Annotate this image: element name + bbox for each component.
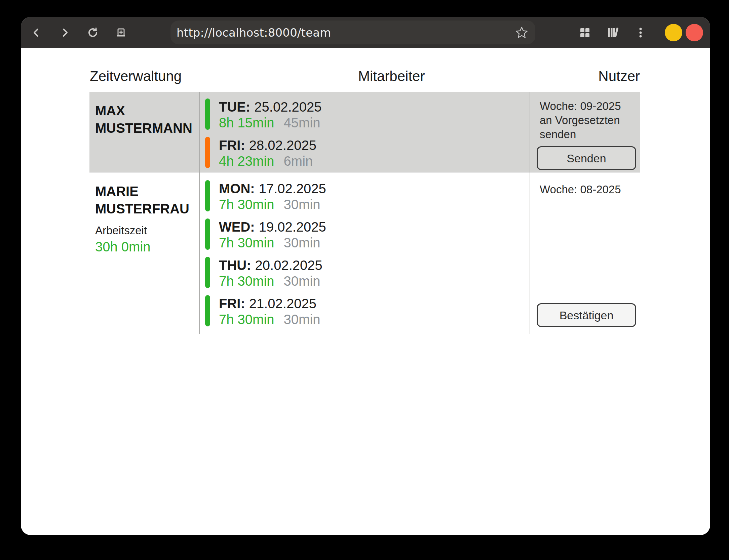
table-row-max-mustermann: MAX MUSTERMANN TUE:25.02.2025 8h 15min45…	[89, 92, 640, 172]
week-label: senden	[540, 127, 640, 142]
status-bar	[205, 180, 210, 211]
bestaetigen-button[interactable]: Bestätigen	[537, 303, 636, 327]
name-cell: MARIE MUSTERFRAU Arbeitszeit 30h 0min	[89, 172, 199, 334]
nav-zeitverwaltung[interactable]: Zeitverwaltung	[90, 68, 182, 85]
browser-window: http://localhost:8000/team	[21, 17, 710, 535]
menu-button[interactable]	[635, 27, 646, 38]
entry-day: THU:	[219, 258, 251, 273]
entry-date: 17.02.2025	[259, 181, 326, 196]
browser-toolbar: http://localhost:8000/team	[21, 17, 710, 48]
entry-date: 25.02.2025	[254, 99, 321, 114]
entry-day: MON:	[219, 181, 255, 196]
time-entry: THU:20.02.2025 7h 30min30min	[205, 257, 530, 289]
employee-name: MARIE MUSTERFRAU	[95, 183, 193, 217]
entry-worktime: 7h 30min	[219, 197, 274, 212]
senden-button[interactable]: Senden	[537, 146, 636, 170]
bookmark-star-icon[interactable]	[515, 26, 528, 39]
nav-nutzer[interactable]: Nutzer	[598, 68, 640, 85]
url-bar[interactable]: http://localhost:8000/team	[170, 21, 535, 44]
worktime-value: 30h 0min	[95, 238, 199, 255]
entry-worktime: 7h 30min	[219, 312, 274, 327]
url-text: http://localhost:8000/team	[177, 26, 331, 39]
tab-grid-icon	[579, 27, 590, 38]
forward-icon	[60, 27, 70, 38]
minimize-button[interactable]	[665, 24, 682, 41]
entry-pause: 30min	[284, 312, 320, 327]
time-entry: FRI:21.02.2025 7h 30min30min	[205, 295, 530, 327]
entry-pause: 45min	[284, 115, 320, 130]
table-row-marie-musterfrau: MARIE MUSTERFRAU Arbeitszeit 30h 0min MO…	[89, 172, 640, 334]
employee-table: MAX MUSTERMANN TUE:25.02.2025 8h 15min45…	[89, 92, 640, 334]
time-entry: TUE:25.02.2025 8h 15min45min	[205, 98, 530, 130]
week-label: an Vorgesetzten	[540, 113, 640, 127]
new-tab-icon	[116, 27, 126, 38]
entry-day: FRI:	[219, 138, 245, 153]
back-button[interactable]	[31, 27, 42, 38]
page-content: Zeitverwaltung Mitarbeiter Nutzer MAX MU…	[21, 48, 710, 535]
entry-date: 21.02.2025	[249, 296, 316, 311]
library-button[interactable]	[607, 27, 618, 38]
entry-day: WED:	[219, 219, 255, 234]
time-entry: FRI:28.02.2025 4h 23min6min	[205, 137, 530, 169]
entry-worktime: 7h 30min	[219, 274, 274, 288]
entry-day: TUE:	[219, 99, 250, 114]
back-icon	[31, 27, 42, 38]
name-cell: MAX MUSTERMANN	[89, 92, 199, 172]
entry-worktime: 4h 23min	[219, 154, 274, 168]
nav-mitarbeiter[interactable]: Mitarbeiter	[358, 68, 425, 85]
entry-pause: 30min	[284, 197, 320, 212]
entry-worktime: 8h 15min	[219, 115, 274, 130]
entry-pause: 6min	[284, 154, 313, 168]
tab-overview-button[interactable]	[579, 27, 590, 38]
entry-pause: 30min	[284, 274, 320, 288]
library-icon	[607, 27, 619, 39]
entry-date: 19.02.2025	[259, 219, 326, 234]
time-entry: WED:19.02.2025 7h 30min30min	[205, 218, 530, 250]
status-bar	[205, 257, 210, 288]
status-bar	[205, 137, 210, 168]
entries-cell: TUE:25.02.2025 8h 15min45min FRI:28.02.2…	[199, 92, 530, 172]
status-bar	[205, 295, 210, 326]
worktime-label: Arbeitszeit	[95, 223, 199, 238]
kebab-menu-icon	[635, 27, 646, 38]
entry-day: FRI:	[219, 296, 245, 311]
entry-worktime: 7h 30min	[219, 235, 274, 250]
status-bar	[205, 218, 210, 250]
entries-cell: MON:17.02.2025 7h 30min30min WED:19.02.2…	[199, 172, 530, 334]
time-entry: MON:17.02.2025 7h 30min30min	[205, 180, 530, 212]
entry-date: 20.02.2025	[255, 258, 322, 273]
new-tab-button[interactable]	[116, 27, 126, 38]
week-label: Woche: 09-2025	[540, 99, 640, 113]
week-label: Woche: 08-2025	[540, 183, 640, 197]
reload-button[interactable]	[87, 27, 98, 38]
week-cell: Woche: 09-2025 an Vorgesetzten senden Se…	[530, 92, 640, 172]
week-cell: Woche: 08-2025 Bestätigen	[530, 172, 640, 334]
forward-button[interactable]	[60, 27, 70, 38]
status-bar	[205, 98, 210, 130]
employee-name: MAX MUSTERMANN	[95, 102, 193, 137]
entry-date: 28.02.2025	[249, 138, 316, 153]
close-button[interactable]	[686, 24, 703, 41]
reload-icon	[87, 27, 98, 38]
entry-pause: 30min	[284, 235, 320, 250]
